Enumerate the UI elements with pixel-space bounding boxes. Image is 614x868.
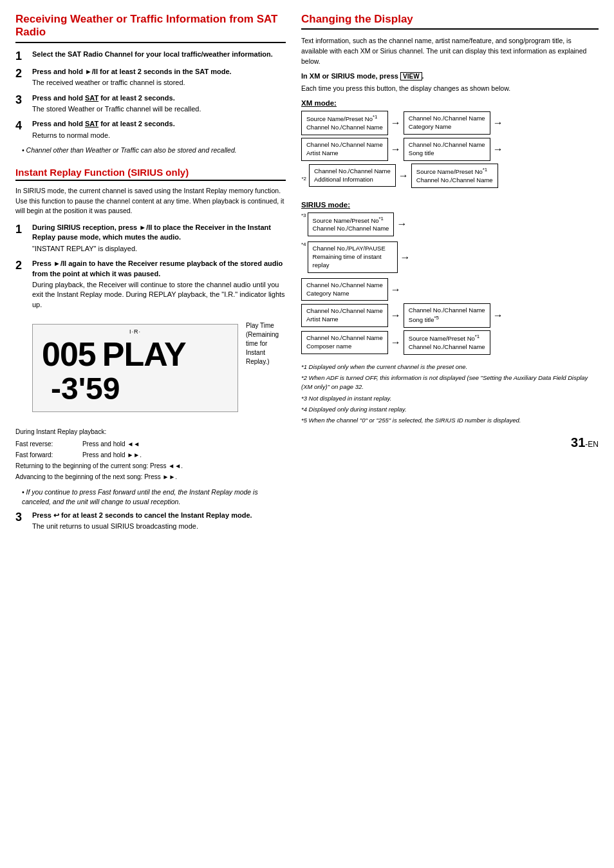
- flow-box: Source Name/Preset No*1Channel No./Chann…: [301, 111, 388, 135]
- xm-mode-label: XM mode:: [301, 99, 599, 107]
- flow-box: Source Name/Preset No*1Channel No./Chann…: [411, 164, 498, 188]
- sirius-flow: *3 Source Name/Preset No*1Channel No./Ch…: [301, 212, 599, 355]
- arrow-icon: →: [391, 337, 401, 348]
- replay-step-2: 2 Press ►/II again to have the Receiver …: [15, 259, 286, 310]
- replay-step-num-3: 3: [15, 511, 27, 523]
- xm-flow: Source Name/Preset No*1Channel No./Chann…: [301, 111, 599, 190]
- playback-label: Fast reverse:: [15, 439, 82, 449]
- replay-step-content-2: Press ►/II again to have the Receiver re…: [32, 259, 286, 310]
- playback-value: Press and hold ◄◄: [82, 439, 185, 449]
- replay-step-num-1: 1: [15, 223, 27, 235]
- ir-indicator: I·R·: [129, 328, 141, 335]
- step-2: 2 Press and hold ►/II for at least 2 sec…: [15, 67, 286, 88]
- section1-title: Receiving Weather or Traffic Information…: [15, 13, 286, 43]
- replay-step-bold-2: Press ►/II again to have the Receiver re…: [32, 259, 283, 277]
- step-content-1: Select the SAT Radio Channel for your lo…: [32, 50, 286, 59]
- flow-box: Channel No./Channel NameComposer name: [301, 331, 388, 354]
- page-layout: Receiving Weather or Traffic Information…: [15, 13, 599, 536]
- footnotes: *1 Displayed only when the current chann…: [301, 363, 599, 426]
- xm-flow-row-2: Channel No./Channel NameArtist Name → Ch…: [301, 138, 599, 161]
- section2-intro: In SIRIUS mode, the current channel is s…: [15, 186, 286, 216]
- playback-info: During Instant Replay playback: Fast rev…: [15, 426, 286, 482]
- arrow-icon: →: [493, 144, 503, 155]
- flow-box: Channel No./Channel NameArtist Name: [301, 304, 388, 327]
- note-star4: *4: [301, 241, 306, 247]
- section2-title: Instant Replay Function (SIRIUS only): [15, 167, 286, 181]
- replay-step-content-3: Press ↩ for at least 2 seconds to cancel…: [32, 511, 286, 532]
- page-number-area: 31-EN: [301, 435, 599, 450]
- step-bold-2: Press and hold ►/II for at least 2 secon…: [32, 68, 232, 75]
- flow-box: Channel No./Channel NameCategory Name: [404, 111, 490, 135]
- display-box: I·R· 005 PLAY -3'59: [32, 324, 238, 412]
- step-num-2: 2: [15, 68, 27, 79]
- page-suffix: -EN: [585, 440, 599, 449]
- arrow-icon: →: [396, 219, 407, 229]
- step-bold-4: Press and hold SAT for at least 2 second…: [32, 120, 175, 127]
- display-area: I·R· 005 PLAY -3'59 Play Time (Remaining…: [32, 316, 286, 420]
- flow-box: Channel No./Channel NameSong title*5: [404, 303, 490, 328]
- arrow-icon: →: [391, 285, 401, 295]
- sirius-flow-row-3: Channel No./Channel NameCategory Name →: [301, 278, 599, 301]
- step-sub-3: The stored Weather or Traffic channel wi…: [32, 104, 286, 114]
- view-instruction-text: In XM or SIRIUS mode, press VIEW.: [301, 72, 424, 80]
- step-sub-4: Returns to normal mode.: [32, 131, 286, 140]
- right-column: Changing the Display Text information, s…: [301, 13, 599, 536]
- footnote-4: *4 Displayed only during instant replay.: [301, 405, 599, 414]
- flow-box: Source Name/Preset No*1Channel No./Chann…: [308, 212, 395, 237]
- display-channel: 005: [42, 337, 96, 371]
- replay-step-content-1: During SIRIUS reception, press ►/II to p…: [32, 223, 286, 254]
- step-4: 4 Press and hold SAT for at least 2 seco…: [15, 119, 286, 140]
- arrow-icon: →: [398, 171, 409, 181]
- step-bold-3: Press and hold SAT for at least 2 second…: [32, 94, 175, 102]
- flow-box: Channel No./PLAY/PAUSERemaining time of …: [308, 241, 398, 272]
- sirius-row1-note-area: *3: [301, 212, 306, 222]
- arrow-icon: →: [493, 118, 503, 128]
- step-num-4: 4: [15, 120, 27, 131]
- view-label: VIEW: [400, 72, 422, 80]
- arrow-icon: →: [391, 310, 401, 321]
- replay-step-num-2: 2: [15, 259, 27, 271]
- footnote-2: *2 When ADF is turned OFF, this informat…: [301, 373, 599, 392]
- sirius-mode-label: SIRIUS mode:: [301, 201, 599, 209]
- playback-title: During Instant Replay playback:: [15, 426, 286, 437]
- step-content-2: Press and hold ►/II for at least 2 secon…: [32, 67, 286, 88]
- flow-box: Channel No./Channel NameCategory Name: [301, 278, 388, 301]
- arrow-icon: →: [493, 310, 503, 321]
- step-content-3: Press and hold SAT for at least 2 second…: [32, 93, 286, 115]
- xm-flow-row-3-wrapper: *2 Channel No./Channel NameAdditional In…: [301, 164, 599, 191]
- playback-label: Fast forward:: [15, 449, 82, 460]
- footnote-3: *3 Not displayed in instant replay.: [301, 394, 599, 403]
- sirius-flow-row-5: Channel No./Channel NameComposer name → …: [301, 330, 599, 355]
- table-row: Returning to the beginning of the curren…: [15, 460, 185, 471]
- step-num-3: 3: [15, 94, 27, 106]
- playback-table: Fast reverse: Press and hold ◄◄ Fast for…: [15, 439, 185, 482]
- flow-box: Source Name/Preset No*1Channel No./Chann…: [404, 330, 490, 355]
- arrow-icon: →: [400, 252, 411, 263]
- bullet-note-1: Channel other than Weather or Traffic ca…: [22, 146, 286, 155]
- playback-label: Returning to the beginning of the curren…: [15, 460, 185, 471]
- view-instruction: In XM or SIRIUS mode, press VIEW.: [301, 72, 599, 80]
- arrow-icon: →: [391, 144, 401, 155]
- table-row: Advancing to the beginning of the next s…: [15, 471, 185, 482]
- replay-step-sub-1: "INSTANT REPLAY" is displayed.: [32, 244, 286, 254]
- display-main: 005 PLAY: [42, 330, 228, 373]
- bullet-note-2: If you continue to press Fast forward un…: [22, 487, 286, 506]
- replay-step-bold-3: Press ↩ for at least 2 seconds to cancel…: [32, 511, 252, 519]
- step-1: 1 Select the SAT Radio Channel for your …: [15, 50, 286, 62]
- table-row: Fast reverse: Press and hold ◄◄: [15, 439, 185, 449]
- footnote-5: *5 When the channel "0" or "255" is sele…: [301, 416, 599, 425]
- flow-box: Channel No./Channel NameAdditional Infor…: [309, 164, 396, 187]
- footnote-1: *1 Displayed only when the current chann…: [301, 363, 599, 372]
- sirius-row2-note-area: *4: [301, 241, 306, 250]
- step-sub-2: The received weather or traffic channel …: [32, 78, 286, 88]
- step-bold-1: Select the SAT Radio Channel for your lo…: [32, 50, 273, 58]
- replay-step-3: 3 Press ↩ for at least 2 seconds to canc…: [15, 511, 286, 532]
- replay-step-sub-3: The unit returns to usual SIRIUS broadca…: [32, 522, 286, 531]
- each-press-text: Each time you press this button, the dis…: [301, 84, 599, 93]
- playback-label: Advancing to the beginning of the next s…: [15, 471, 185, 482]
- sirius-row1-wrapper: *3 Source Name/Preset No*1Channel No./Ch…: [301, 212, 599, 240]
- sirius-row2-wrapper: *4 Channel No./PLAY/PAUSERemaining time …: [301, 241, 599, 275]
- display-right-label: Play Time (Remaining time for Instant Re…: [246, 321, 279, 366]
- sirius-flow-row-2: Channel No./PLAY/PAUSERemaining time of …: [308, 241, 413, 272]
- table-row: Fast forward: Press and hold ►►.: [15, 449, 185, 460]
